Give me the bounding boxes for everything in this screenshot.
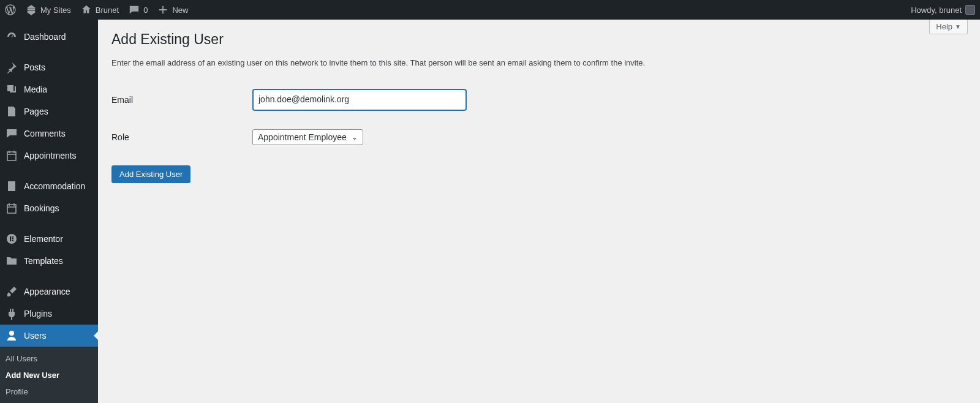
sidebar-item-elementor[interactable]: Elementor [0, 228, 98, 250]
sidebar-item-label: Accommodation [24, 181, 85, 191]
form-table: Email Role Appointment Employee ⌄ [111, 80, 473, 154]
wordpress-icon [5, 4, 16, 15]
sidebar-item-label: Elementor [24, 234, 63, 244]
comment-icon [129, 4, 140, 15]
sidebar-item-label: Media [24, 85, 47, 94]
building-icon [6, 180, 18, 192]
email-label: Email [111, 80, 246, 120]
comments-link[interactable]: 0 [124, 0, 153, 20]
sidebar-item-bookings[interactable]: Bookings [0, 197, 98, 219]
sidebar-item-media[interactable]: Media [0, 78, 98, 100]
role-select[interactable]: Appointment Employee ⌄ [252, 129, 363, 145]
sidebar-item-pages[interactable]: Pages [0, 100, 98, 122]
my-sites-label: My Sites [40, 6, 71, 15]
sidebar-item-label: Appearance [24, 287, 70, 296]
role-select-value: Appointment Employee [258, 132, 347, 142]
sidebar-item-label: Comments [24, 129, 66, 138]
submenu-profile[interactable]: Profile [0, 383, 98, 400]
sidebar-item-accommodation[interactable]: Accommodation [0, 175, 98, 197]
sidebar-item-appearance[interactable]: Appearance [0, 281, 98, 303]
chevron-down-icon: ▼ [955, 23, 961, 30]
sidebar-item-label: Templates [24, 256, 63, 266]
howdy-label: Howdy, brunet [911, 6, 962, 15]
help-label: Help [936, 22, 952, 31]
sidebar-item-label: Dashboard [24, 32, 66, 42]
comments-count: 0 [143, 6, 148, 15]
calendar-icon [6, 149, 18, 162]
sidebar-item-label: Bookings [24, 203, 59, 213]
sidebar-item-templates[interactable]: Templates [0, 250, 98, 272]
plus-icon [157, 4, 168, 15]
sidebar-item-label: Pages [24, 107, 48, 116]
folder-icon [6, 255, 18, 267]
admin-sidebar: Dashboard Posts Media Pages Comments App… [0, 20, 98, 403]
admin-toolbar: My Sites Brunet 0 New Howdy, brunet [0, 0, 980, 20]
avatar [965, 5, 975, 15]
sidebar-item-comments[interactable]: Comments [0, 122, 98, 145]
sidebar-item-label: Appointments [24, 151, 77, 160]
page-title: Add Existing User [111, 26, 968, 50]
home-icon [81, 4, 92, 15]
submenu-all-users[interactable]: All Users [0, 350, 98, 367]
pin-icon [6, 61, 18, 73]
gauge-icon [6, 31, 18, 43]
new-content-link[interactable]: New [153, 0, 193, 20]
new-label: New [172, 6, 188, 15]
sidebar-item-posts[interactable]: Posts [0, 56, 98, 78]
wp-logo[interactable] [0, 0, 21, 20]
sidebar-item-label: Users [24, 331, 47, 341]
page-icon [6, 105, 18, 118]
sidebar-item-dashboard[interactable]: Dashboard [0, 26, 98, 48]
elementor-icon [6, 233, 18, 245]
calendar-icon [6, 202, 18, 214]
page-description: Enter the email address of an existing u… [111, 58, 968, 67]
comment-icon [6, 127, 18, 140]
role-label: Role [111, 120, 246, 154]
main-content: Help ▼ Add Existing User Enter the email… [98, 0, 980, 403]
site-link[interactable]: Brunet [76, 0, 124, 20]
plug-icon [6, 307, 18, 320]
site-name-label: Brunet [96, 6, 119, 15]
chevron-down-icon: ⌄ [352, 133, 358, 141]
home-network-icon [26, 4, 37, 15]
sidebar-item-label: Plugins [24, 309, 52, 318]
my-sites-link[interactable]: My Sites [21, 0, 76, 20]
sidebar-item-plugins[interactable]: Plugins [0, 303, 98, 325]
users-submenu: All Users Add New User Profile [0, 347, 98, 403]
user-icon [6, 330, 18, 342]
email-input[interactable] [252, 89, 467, 111]
sidebar-item-label: Posts [24, 62, 45, 72]
account-link[interactable]: Howdy, brunet [906, 0, 980, 20]
sidebar-item-appointments[interactable]: Appointments [0, 145, 98, 167]
help-tab[interactable]: Help ▼ [929, 20, 968, 34]
media-icon [6, 83, 18, 96]
brush-icon [6, 285, 18, 298]
add-existing-user-button[interactable]: Add Existing User [111, 165, 190, 183]
submenu-add-new-user[interactable]: Add New User [0, 367, 98, 383]
sidebar-item-users[interactable]: Users [0, 325, 98, 347]
